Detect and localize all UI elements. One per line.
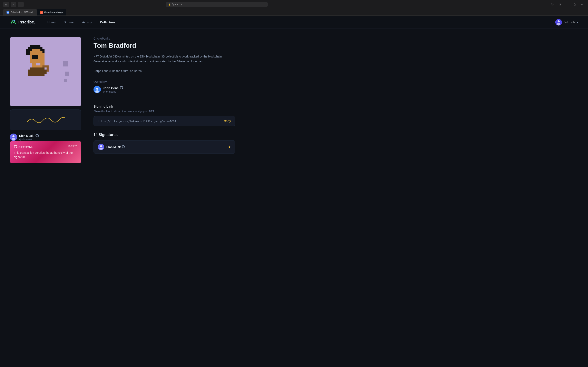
- reload-button[interactable]: ↻: [550, 2, 555, 7]
- nav-collection[interactable]: Collection: [100, 20, 115, 24]
- left-column: Elon Musk @elonmusk @elonMusk 12/05/20: [10, 37, 81, 163]
- tab-favicon-2: F: [40, 11, 43, 14]
- section-divider: [94, 100, 235, 100]
- browser-tab-2[interactable]: F Overview - nft-sign: [37, 9, 66, 16]
- nav-home[interactable]: Home: [47, 20, 56, 24]
- main-content: Elon Musk @elonmusk @elonMusk 12/05/20: [0, 29, 245, 171]
- address-bar[interactable]: 🔒 figma.com: [166, 2, 268, 7]
- user-name: John.eth: [564, 21, 575, 24]
- link-url: https://nftsign.com/token/id/123?signing…: [98, 120, 176, 123]
- svg-point-11: [99, 148, 103, 150]
- navbar: Inscribe. Home Browse Activity Collectio…: [0, 16, 588, 29]
- nft-image: [10, 37, 81, 106]
- browser-tab-1[interactable]: N Submission | NFTHack: [3, 9, 37, 16]
- tab-favicon-1: N: [7, 11, 9, 14]
- sig-star-icon: ★: [228, 145, 231, 149]
- browser-controls: ⊞ ‹ ›: [3, 2, 24, 7]
- signing-link-title: Signing Link: [94, 105, 235, 108]
- download-button[interactable]: ↓: [564, 2, 570, 7]
- signature-row: Elon Musk ★: [94, 140, 235, 154]
- transaction-card: @elonMusk 12/05/20 This transaction cert…: [10, 141, 81, 163]
- signer-handle: @elonmusk: [19, 138, 39, 141]
- transaction-header: @elonMusk 12/05/20: [14, 145, 77, 148]
- right-column: CryptoPunks Tom Bradford NFT Digital Art…: [94, 37, 235, 163]
- browser-toolbar: ⊞ ‹ › 🔒 figma.com ↻ ⚙ ↓ ⎙ +: [0, 0, 588, 9]
- copy-button[interactable]: Copy: [224, 119, 231, 123]
- signature-card: [10, 109, 81, 130]
- address-text: figma.com: [172, 3, 183, 6]
- link-box: https://nftsign.com/token/id/123?signing…: [94, 116, 235, 126]
- user-avatar: [555, 19, 562, 25]
- signatures-title: 14 Signatures: [94, 133, 235, 137]
- sig-github-icon: [122, 145, 125, 149]
- sig-avatar: [98, 144, 104, 150]
- sidebar-toggle-button[interactable]: ⊞: [3, 2, 9, 7]
- logo: Inscribe.: [10, 19, 35, 25]
- tab-label-1: Submission | NFTHack: [11, 11, 34, 13]
- owner-github-icon: [120, 86, 123, 90]
- browser-chrome: ⊞ ‹ › 🔒 figma.com ↻ ⚙ ↓ ⎙ + N Submission…: [0, 0, 588, 16]
- svg-point-10: [100, 145, 102, 147]
- app-container: Inscribe. Home Browse Activity Collectio…: [0, 16, 588, 367]
- chevron-down-icon[interactable]: ▾: [577, 21, 578, 24]
- tab-label-2: Overview - nft-sign: [44, 11, 63, 13]
- signing-link-section: Signing Link Share this link to allow ot…: [94, 105, 235, 126]
- svg-point-8: [95, 90, 99, 93]
- signer-avatar: [10, 133, 17, 141]
- github-icon: [35, 134, 39, 138]
- sig-name: Elon Musk: [106, 145, 121, 149]
- nav-activity[interactable]: Activity: [82, 20, 92, 24]
- back-button[interactable]: ‹: [11, 2, 16, 7]
- nft-description: NFT Digital Art (NDA) minted on the ETH …: [94, 54, 235, 74]
- owner-name: John Cena: [103, 86, 119, 90]
- signing-link-desc: Share this link to allow other users to …: [94, 110, 235, 113]
- forward-button[interactable]: ›: [18, 2, 24, 7]
- svg-point-2: [557, 23, 561, 25]
- signer-name: Elon Musk: [19, 134, 34, 137]
- browser-actions: ↻ ⚙ ↓ ⎙ +: [550, 2, 585, 7]
- transaction-user: @elonMusk: [14, 145, 33, 148]
- transaction-date: 12/05/20: [68, 145, 77, 148]
- owner-info: John Cena @johncena: [94, 86, 235, 93]
- new-tab-button[interactable]: +: [579, 2, 585, 7]
- share-button[interactable]: ⎙: [572, 2, 577, 7]
- nav-browse[interactable]: Browse: [64, 20, 74, 24]
- tabs-bar: N Submission | NFTHack F Overview - nft-…: [0, 9, 588, 16]
- owner-avatar: [94, 86, 101, 93]
- svg-point-5: [12, 138, 15, 141]
- transaction-text: This transaction certifies the authentic…: [14, 151, 77, 159]
- nft-title: Tom Bradford: [94, 42, 235, 49]
- sig-user: Elon Musk: [98, 144, 125, 150]
- nft-pixel-art: [10, 37, 81, 106]
- signature-svg: [25, 115, 66, 125]
- signer-info: Elon Musk @elonmusk: [10, 133, 81, 141]
- nav-right: John.eth ▾: [555, 19, 578, 25]
- settings-button[interactable]: ⚙: [557, 2, 563, 7]
- signature-image: [14, 114, 77, 126]
- collection-name: CryptoPunks: [94, 37, 235, 40]
- logo-text: Inscribe.: [18, 20, 35, 25]
- owner-handle: @johncena: [103, 90, 123, 93]
- svg-point-4: [12, 135, 15, 137]
- nav-links: Home Browse Activity Collection: [47, 20, 555, 24]
- svg-point-1: [558, 20, 560, 22]
- logo-icon: [10, 19, 16, 25]
- signatures-section: 14 Signatures Elon Musk: [94, 133, 235, 154]
- svg-point-7: [96, 88, 98, 90]
- owned-by-label: Owned By: [94, 80, 235, 83]
- transaction-username: @elonMusk: [18, 145, 33, 148]
- lock-icon: 🔒: [168, 3, 171, 6]
